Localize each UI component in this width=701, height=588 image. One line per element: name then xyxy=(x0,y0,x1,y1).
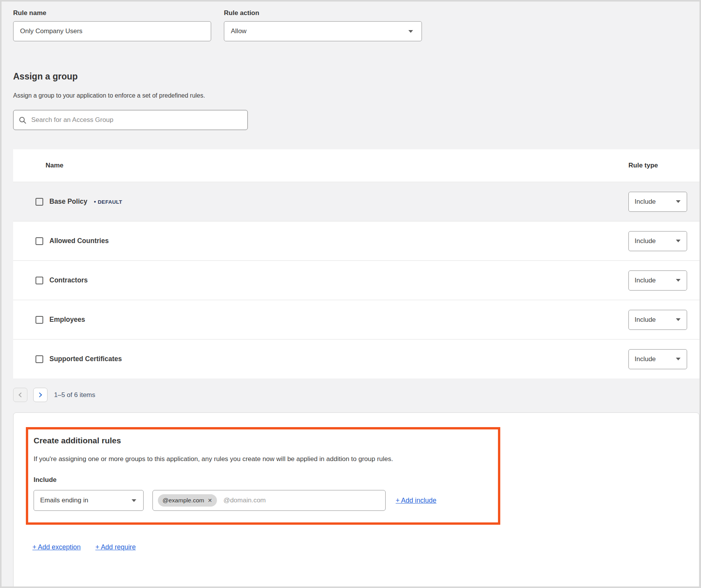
column-header-name: Name xyxy=(13,162,628,169)
pagination-summary: 1–5 of 6 items xyxy=(54,391,95,399)
rule-name-label: Rule name xyxy=(13,9,211,17)
additional-rules-description: If you're assigning one or more groups t… xyxy=(34,455,486,463)
chevron-down-icon xyxy=(676,240,681,242)
table-row: Supported Certificates Include xyxy=(13,339,699,378)
table-row: Base Policy DEFAULT Include xyxy=(13,182,699,221)
rule-type-select[interactable]: Include xyxy=(628,349,687,369)
assign-group-description: Assign a group to your application to en… xyxy=(13,92,699,99)
rule-name-input[interactable] xyxy=(13,21,211,41)
chevron-right-icon xyxy=(37,392,42,397)
row-checkbox[interactable] xyxy=(36,316,43,324)
row-checkbox[interactable] xyxy=(36,237,43,245)
chevron-down-icon xyxy=(408,30,413,33)
row-label-group: Base Policy DEFAULT xyxy=(13,198,628,206)
rule-type-select[interactable]: Include xyxy=(628,192,687,212)
table-row: Allowed Countries Include xyxy=(13,221,699,260)
rule-name-field-group: Rule name xyxy=(13,7,211,41)
additional-rules-panel: Create additional rules If you're assign… xyxy=(13,412,699,588)
chevron-down-icon xyxy=(676,200,681,203)
rule-type-cell: Include xyxy=(628,310,689,330)
add-exception-link[interactable]: + Add exception xyxy=(32,543,81,551)
rule-type-value: Include xyxy=(635,198,656,206)
additional-rules-title: Create additional rules xyxy=(34,436,486,445)
next-page-button[interactable] xyxy=(33,388,47,402)
chevron-left-icon xyxy=(19,392,24,397)
rule-type-cell: Include xyxy=(628,231,689,251)
rule-type-value: Include xyxy=(635,355,656,363)
row-checkbox[interactable] xyxy=(36,355,43,363)
rule-form: Rule name Rule action Allow xyxy=(13,2,699,41)
search-input[interactable] xyxy=(31,116,242,124)
group-name: Employees xyxy=(49,316,85,324)
email-domain-tag-input[interactable]: @example.com ✕ @domain.com xyxy=(152,490,386,511)
rule-selector-value: Emails ending in xyxy=(40,497,88,504)
table-row: Employees Include xyxy=(13,300,699,339)
email-domain-chip: @example.com ✕ xyxy=(158,494,217,507)
rule-type-value: Include xyxy=(635,277,656,284)
access-rule-settings-page: Rule name Rule action Allow Assign a gro… xyxy=(0,0,701,588)
pagination: 1–5 of 6 items xyxy=(13,388,699,402)
row-checkbox[interactable] xyxy=(36,198,43,206)
table-row: Contractors Include xyxy=(13,260,699,300)
rule-links-row: + Add exception + Add require xyxy=(32,543,699,551)
chevron-down-icon xyxy=(676,358,681,360)
row-label-group: Allowed Countries xyxy=(13,237,628,245)
rule-type-value: Include xyxy=(635,237,656,245)
chip-label: @example.com xyxy=(163,497,204,504)
rule-type-cell: Include xyxy=(628,270,689,291)
chevron-down-icon xyxy=(132,499,136,502)
group-name: Allowed Countries xyxy=(49,237,109,245)
row-label-group: Contractors xyxy=(13,276,628,284)
rule-type-select[interactable]: Include xyxy=(628,231,687,251)
rule-type-value: Include xyxy=(635,316,656,324)
group-name: Contractors xyxy=(49,276,88,284)
table-header: Name Rule type xyxy=(13,149,699,182)
add-include-link[interactable]: + Add include xyxy=(396,497,437,505)
chip-remove-icon[interactable]: ✕ xyxy=(208,498,212,503)
row-label-group: Supported Certificates xyxy=(13,355,628,363)
group-name: Supported Certificates xyxy=(49,355,122,363)
default-badge: DEFAULT xyxy=(94,198,122,205)
rule-action-field-group: Rule action Allow xyxy=(224,7,422,41)
highlight-outline: Create additional rules If you're assign… xyxy=(26,427,500,525)
rule-type-cell: Include xyxy=(628,192,689,212)
rule-type-cell: Include xyxy=(628,349,689,369)
rule-action-select[interactable]: Allow xyxy=(224,21,422,41)
row-label-group: Employees xyxy=(13,316,628,324)
include-rule-controls: Emails ending in @example.com ✕ @domain.… xyxy=(34,490,486,511)
rule-type-select[interactable]: Include xyxy=(628,270,687,291)
search-icon xyxy=(19,117,26,124)
chevron-down-icon xyxy=(676,318,681,321)
row-checkbox[interactable] xyxy=(36,277,43,284)
access-groups-table: Name Rule type Base Policy DEFAULT Inclu… xyxy=(13,149,699,378)
rule-type-select[interactable]: Include xyxy=(628,310,687,330)
include-label: Include xyxy=(34,476,486,484)
chevron-down-icon xyxy=(676,279,681,282)
assign-group-title: Assign a group xyxy=(13,71,699,82)
column-header-rule-type: Rule type xyxy=(628,162,689,169)
rule-action-value: Allow xyxy=(231,27,247,35)
rule-selector-select[interactable]: Emails ending in xyxy=(34,490,144,511)
rule-action-label: Rule action xyxy=(224,9,422,17)
group-name: Base Policy xyxy=(49,198,87,206)
access-group-search[interactable] xyxy=(13,110,248,130)
tag-input-placeholder: @domain.com xyxy=(224,497,266,504)
add-require-link[interactable]: + Add require xyxy=(95,543,136,551)
previous-page-button[interactable] xyxy=(13,388,27,402)
